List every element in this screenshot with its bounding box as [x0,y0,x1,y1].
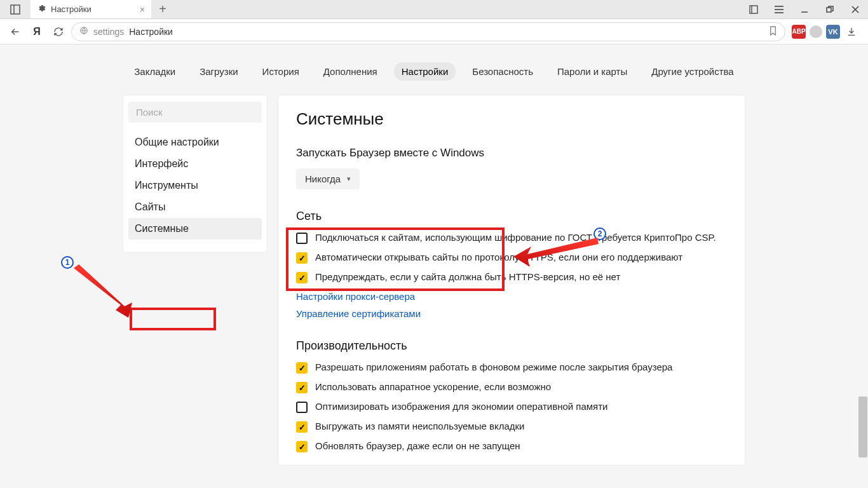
reload-button[interactable] [48,22,69,42]
menu-icon[interactable] [766,0,792,19]
checkbox-optimize-images[interactable] [296,402,308,413]
extension-globe-icon[interactable] [810,25,822,38]
checkbox-gost[interactable] [296,233,308,244]
checkbox-background-apps-label: Разрешать приложениям работать в фоновом… [315,362,672,372]
new-tab-button[interactable]: + [151,0,174,18]
checkbox-https-warn-label: Предупреждать, если у сайта должна быть … [315,271,620,282]
nav-bookmarks[interactable]: Закладки [126,62,183,81]
checkbox-hw-accel[interactable] [296,382,308,393]
checkbox-hw-accel-label: Использовать аппаратное ускорение, если … [315,381,551,392]
link-certificates[interactable]: Управление сертификатами [296,308,421,319]
nav-history[interactable]: История [255,62,307,81]
abp-extension-icon[interactable]: ABP [792,25,806,39]
startup-dropdown[interactable]: Никогда ▾ [296,168,360,189]
network-title: Сеть [296,210,727,223]
checkbox-unload-tabs-label: Выгружать из памяти неиспользуемые вклад… [315,421,524,431]
close-window-button[interactable] [843,0,868,19]
chevron-down-icon: ▾ [347,175,351,183]
vk-extension-icon[interactable]: VK [826,25,840,39]
minimize-button[interactable] [792,0,817,19]
nav-addons[interactable]: Дополнения [316,62,385,81]
nav-downloads[interactable]: Загрузки [192,62,245,81]
address-bar[interactable]: settings Настройки [71,22,785,41]
checkbox-https-warn[interactable] [296,272,308,283]
downloads-icon[interactable] [844,27,859,37]
nav-security[interactable]: Безопасность [465,62,541,81]
back-button[interactable] [5,22,25,42]
page-title: Системные [296,109,727,129]
reader-icon[interactable] [741,0,766,19]
sidebar-item-tools[interactable]: Инструменты [128,175,262,196]
checkbox-gost-label: Подключаться к сайтам, использующим шифр… [315,232,716,243]
checkbox-https-auto-label: Автоматически открывать сайты по протоко… [315,252,682,262]
scrollbar-thumb[interactable] [858,396,867,458]
address-prefix: settings [93,27,124,37]
settings-page: Закладки Загрузки История Дополнения Нас… [0,44,868,488]
toolbar: Я settings Настройки ABP VK [0,19,868,44]
performance-title: Производительность [296,339,727,353]
checkbox-https-auto[interactable] [296,252,308,264]
gear-icon [37,4,46,15]
window-controls [741,0,868,18]
checkbox-unload-tabs[interactable] [296,421,308,433]
svg-rect-2 [750,6,757,13]
sidebar-item-system[interactable]: Системные [128,218,262,240]
settings-main-panel: Системные Запускать Браузер вместе с Win… [278,95,745,466]
network-section: Сеть Подключаться к сайтам, использующим… [296,210,727,319]
settings-sidebar: Поиск Общие настройки Интерфейс Инструме… [123,95,268,253]
svg-rect-0 [11,5,20,14]
checkbox-background-apps[interactable] [296,362,308,374]
nav-settings[interactable]: Настройки [394,62,456,81]
checkbox-optimize-images-label: Оптимизировать изображения для экономии … [315,401,607,412]
globe-icon [79,26,88,37]
address-page: Настройки [129,27,173,37]
startup-title: Запускать Браузер вместе с Windows [296,147,727,159]
bookmark-icon[interactable] [769,26,777,37]
performance-section: Производительность Разрешать приложениям… [296,339,727,452]
browser-tab[interactable]: Настройки × [31,0,151,18]
startup-section: Запускать Браузер вместе с Windows Никог… [296,147,727,189]
nav-passwords[interactable]: Пароли и карты [550,62,635,81]
sidebar-item-general[interactable]: Общие настройки [128,132,262,153]
link-proxy-settings[interactable]: Настройки прокси-сервера [296,291,415,302]
close-icon[interactable]: × [140,4,145,15]
maximize-button[interactable] [817,0,843,19]
sidebar-item-interface[interactable]: Интерфейс [128,153,262,175]
nav-other-devices[interactable]: Другие устройства [644,62,741,81]
settings-top-nav: Закладки Загрузки История Дополнения Нас… [0,62,868,81]
titlebar: Настройки × + [0,0,868,19]
svg-rect-7 [827,8,831,12]
checkbox-auto-update[interactable] [296,441,308,452]
yandex-logo[interactable]: Я [28,26,46,37]
side-panel-toggle[interactable] [0,0,31,18]
startup-dropdown-value: Никогда [305,173,341,184]
tab-title: Настройки [51,4,135,14]
search-input[interactable]: Поиск [128,102,262,123]
checkbox-auto-update-label: Обновлять браузер, даже если он не запущ… [315,440,520,451]
sidebar-item-sites[interactable]: Сайты [128,196,262,218]
